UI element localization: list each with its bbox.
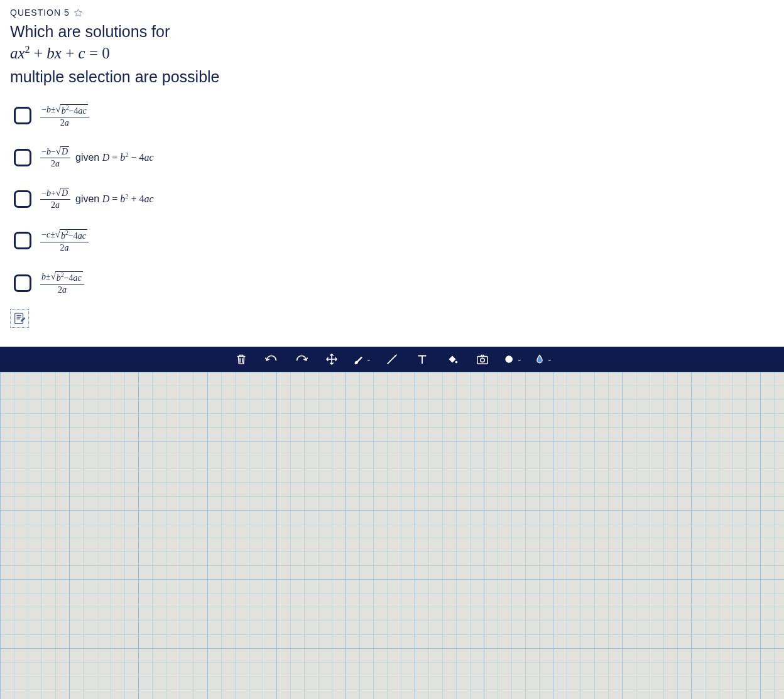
choice-math: b±√b2−4ac 2a xyxy=(40,271,84,295)
notes-button[interactable] xyxy=(10,309,29,328)
move-icon[interactable] xyxy=(322,350,341,369)
camera-icon[interactable] xyxy=(473,350,492,369)
chevron-down-icon: ⌄ xyxy=(517,356,522,362)
choice-row: −c±√b2−4ac 2a xyxy=(14,229,774,253)
choice-math: −b+√D 2a given D = b2 + 4ac xyxy=(40,187,154,211)
choice-math: −b−√D 2a given D = b2 − 4ac xyxy=(40,146,154,170)
choice-row: −b−√D 2a given D = b2 − 4ac xyxy=(14,146,774,170)
redo-icon[interactable] xyxy=(292,350,311,369)
choices-list: −b±√b2−4ac 2a −b−√D 2a given D = b2 − 4a… xyxy=(10,104,774,296)
trash-icon[interactable] xyxy=(232,350,251,369)
svg-rect-2 xyxy=(477,357,488,364)
brush-icon[interactable]: ⌄ xyxy=(352,350,371,369)
undo-icon[interactable] xyxy=(262,350,281,369)
star-icon[interactable] xyxy=(74,8,83,18)
question-subtext: multiple selection are possible xyxy=(10,68,774,86)
choice-checkbox-c[interactable] xyxy=(14,190,31,208)
svg-rect-0 xyxy=(15,313,23,324)
svg-point-1 xyxy=(455,361,458,364)
highlighter-icon[interactable]: ⌄ xyxy=(533,350,552,369)
choice-math: −c±√b2−4ac 2a xyxy=(40,229,89,253)
choice-row: −b+√D 2a given D = b2 + 4ac xyxy=(14,187,774,211)
choice-row: −b±√b2−4ac 2a xyxy=(14,104,774,128)
text-icon[interactable] xyxy=(413,350,432,369)
line-icon[interactable] xyxy=(383,350,401,369)
chevron-down-icon: ⌄ xyxy=(366,356,371,362)
choice-math: −b±√b2−4ac 2a xyxy=(40,104,89,128)
choice-checkbox-e[interactable] xyxy=(14,274,31,292)
question-label: QUESTION 5 xyxy=(10,8,70,18)
chevron-down-icon: ⌄ xyxy=(547,356,552,362)
choice-checkbox-b[interactable] xyxy=(14,149,31,166)
choice-checkbox-a[interactable] xyxy=(14,107,31,124)
drawing-toolbar: ⌄ ⌄ ⌄ xyxy=(0,347,784,372)
drawing-canvas[interactable] xyxy=(0,372,784,699)
question-prompt: Which are solutions for ax2 + bx + c = 0 xyxy=(10,21,774,64)
choice-checkbox-d[interactable] xyxy=(14,232,31,249)
choice-row: b±√b2−4ac 2a xyxy=(14,271,774,295)
fill-icon[interactable] xyxy=(443,350,462,369)
solid-color-icon[interactable]: ⌄ xyxy=(503,350,522,369)
svg-point-4 xyxy=(505,356,513,364)
svg-point-3 xyxy=(481,359,484,362)
